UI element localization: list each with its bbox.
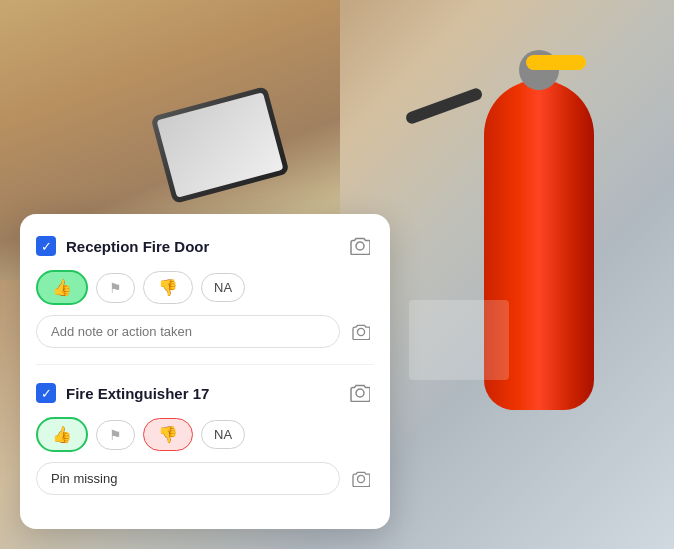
checklist-card: ✓ Reception Fire Door 👍 ⚑ 👎 (20, 214, 390, 529)
item-2-title: Fire Extinguisher 17 (66, 385, 209, 402)
item-1-na-button[interactable]: NA (201, 273, 245, 302)
checklist-item-1: ✓ Reception Fire Door 👍 ⚑ 👎 (36, 232, 374, 348)
item-2-na-button[interactable]: NA (201, 420, 245, 449)
flag-2-icon: ⚑ (109, 427, 122, 443)
item-1-checkbox[interactable]: ✓ (36, 236, 56, 256)
checklist-item-2: ✓ Fire Extinguisher 17 👍 ⚑ 👎 (36, 379, 374, 495)
item-2-camera-button[interactable] (346, 379, 374, 407)
item-1-camera-button[interactable] (346, 232, 374, 260)
checkbox-check-icon: ✓ (41, 240, 52, 253)
checkbox-2-check-icon: ✓ (41, 387, 52, 400)
extinguisher-label (409, 300, 509, 380)
item-2-thumbdown-button[interactable]: 👎 (143, 418, 193, 451)
item-1-note-camera-button[interactable] (348, 319, 374, 345)
item-2-action-buttons: 👍 ⚑ 👎 NA (36, 417, 374, 452)
item-1-header: ✓ Reception Fire Door (36, 232, 374, 260)
svg-point-0 (356, 242, 364, 250)
svg-point-3 (357, 475, 364, 482)
item-1-flag-button[interactable]: ⚑ (96, 273, 135, 303)
extinguisher-handle (526, 55, 586, 70)
item-2-note-input[interactable] (36, 462, 340, 495)
thumbup-icon: 👍 (52, 278, 72, 297)
item-2-header: ✓ Fire Extinguisher 17 (36, 379, 374, 407)
fire-extinguisher-body (484, 80, 594, 410)
thumbdown-icon: 👎 (158, 278, 178, 297)
item-2-note-camera-button[interactable] (348, 466, 374, 492)
item-1-thumbup-button[interactable]: 👍 (36, 270, 88, 305)
item-1-note-input[interactable] (36, 315, 340, 348)
na-2-label: NA (214, 427, 232, 442)
item-1-thumbdown-button[interactable]: 👎 (143, 271, 193, 304)
svg-point-2 (356, 389, 364, 397)
item-2-flag-button[interactable]: ⚑ (96, 420, 135, 450)
item-1-title: Reception Fire Door (66, 238, 209, 255)
item-divider (36, 364, 374, 365)
na-label: NA (214, 280, 232, 295)
item-2-note-row (36, 462, 374, 495)
thumbup-2-icon: 👍 (52, 425, 72, 444)
svg-point-1 (357, 328, 364, 335)
item-1-action-buttons: 👍 ⚑ 👎 NA (36, 270, 374, 305)
item-2-checkbox[interactable]: ✓ (36, 383, 56, 403)
item-1-note-row (36, 315, 374, 348)
item-2-thumbup-button[interactable]: 👍 (36, 417, 88, 452)
flag-icon: ⚑ (109, 280, 122, 296)
thumbdown-2-icon: 👎 (158, 425, 178, 444)
